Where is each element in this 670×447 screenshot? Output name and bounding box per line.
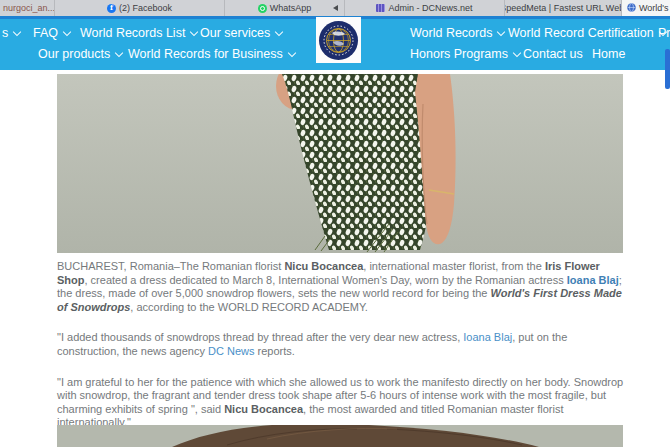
browser-tab-speedmeta[interactable]: SpeedMeta | Fastest URL Webp... [505,0,622,16]
chevron-down-icon [13,28,21,36]
chevron-down-icon [190,28,198,36]
facebook-icon [107,4,116,13]
article-body: BUCHAREST, Romania–The Romanian florist … [57,260,624,447]
nav-item-world-records-list[interactable]: World Records List [80,26,197,40]
article-photo-snowdrop-dress [57,74,623,253]
building-icon [376,4,385,12]
nav-item-our-products[interactable]: Our products [38,47,122,61]
browser-tab-worlds-active[interactable]: World's [622,0,670,16]
browser-tab-whatsapp[interactable]: WhatsApp [225,0,345,16]
nav-item-contact-us[interactable]: Contact us [523,47,583,61]
tab-audio-speaker-icon [333,5,338,11]
nav-item-world-records-for-business[interactable]: World Records for Business [128,47,295,61]
whatsapp-icon [258,4,267,13]
chevron-down-icon [513,49,521,57]
paragraph-3: "I am grateful to her for the patience w… [57,376,624,430]
nav-item-home[interactable]: Home [592,47,625,61]
globe-icon [627,3,636,14]
nav-item-partial-right[interactable]: Pr [658,26,670,40]
paragraph-1: BUCHAREST, Romania–The Romanian florist … [57,260,624,314]
tab-label: SpeedMeta | Fastest URL Webp... [505,3,622,13]
tab-label: WhatsApp [270,3,312,13]
tab-label: nurgoci_an... [3,3,55,13]
nav-item-our-services[interactable]: Our services [200,26,282,40]
chevron-down-icon [275,28,283,36]
bold-name-nicu-bocancea: Nicu Bocancea [284,260,363,272]
paragraph-2: "I added thousands of snowdrops thread b… [57,331,624,358]
article-photo-portrait-top [57,425,623,447]
browser-tab-facebook[interactable]: (2) Facebook [55,0,225,16]
chevron-down-icon [497,28,505,36]
tab-label: World's [639,3,669,13]
link-dc-news[interactable]: DC News [208,345,254,357]
link-ioana-blaj[interactable]: Ioana Blaj [463,331,512,343]
nav-item-honors-programs[interactable]: Honors Programs [410,47,520,61]
nav-item-faq[interactable]: FAQ [33,26,70,40]
tab-label: Admin - DCNews.net [388,3,472,13]
browser-tab-admin-dcnews[interactable]: Admin - DCNews.net [345,0,505,16]
globe-seal-icon [318,20,359,61]
scrollbar-thumb[interactable] [665,49,670,89]
link-ioana-blaj[interactable]: Ioana Blaj [567,274,619,286]
world-record-academy-logo[interactable] [316,17,361,63]
nav-item-world-record-certification[interactable]: World Record Certification [508,26,666,40]
browser-window: nurgoci_an... (2) Facebook WhatsApp Admi… [0,0,670,447]
nav-item-world-records[interactable]: World Records [410,26,504,40]
chevron-down-icon [287,49,295,57]
chevron-down-icon [115,49,123,57]
bold-name-nicu-bocancea: Nicu Bocancea [224,403,303,415]
tab-label: (2) Facebook [119,3,172,13]
nav-item-partial-left[interactable]: s [2,26,20,40]
chevron-down-icon [63,28,71,36]
browser-tab-partial[interactable]: nurgoci_an... [0,0,55,16]
site-navigation-bar: s FAQ World Records List Our services Wo… [0,19,670,70]
browser-tab-bar: nurgoci_an... (2) Facebook WhatsApp Admi… [0,0,670,16]
